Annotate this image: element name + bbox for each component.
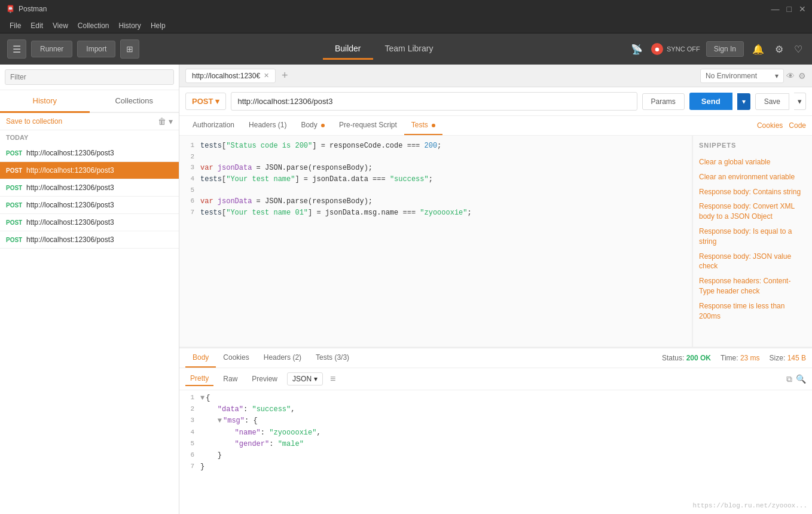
- format-tab-pretty[interactable]: Pretty: [185, 372, 213, 386]
- new-window-button[interactable]: ⊞: [120, 39, 139, 59]
- snippet-item[interactable]: Response body: Is equal to a string: [699, 224, 806, 249]
- close-icon[interactable]: ✕: [799, 4, 806, 14]
- tests-badge: [432, 124, 435, 127]
- response-section: Body Cookies Headers (2) Tests (3/3) Sta…: [179, 347, 812, 514]
- sidebar-tabs: History Collections: [0, 90, 179, 113]
- line-content: var jsonData = JSON.parse(responseBody);: [200, 163, 692, 174]
- list-item[interactable]: POST http://localhost:12306/post3: [0, 231, 179, 249]
- menu-collection[interactable]: Collection: [73, 20, 114, 31]
- cookies-link[interactable]: Cookies: [757, 121, 783, 130]
- list-item[interactable]: POST http://localhost:12306/post3: [0, 145, 179, 162]
- menu-help[interactable]: Help: [146, 20, 170, 31]
- snippet-item[interactable]: Response body: Contains string: [699, 185, 806, 200]
- code-link[interactable]: Code: [789, 121, 806, 130]
- menu-edit[interactable]: Edit: [26, 20, 48, 31]
- add-tab-button[interactable]: +: [278, 68, 292, 83]
- toolbar-right: 📡 ⏺ SYNC OFF Sign In 🔔 ⚙ ♡: [628, 41, 805, 57]
- tab-history[interactable]: History: [0, 90, 90, 113]
- trash-icon[interactable]: 🗑: [158, 117, 166, 126]
- send-dropdown-button[interactable]: ▾: [737, 93, 750, 110]
- wrap-icon[interactable]: ≡: [330, 374, 335, 384]
- url-text: http://localhost:12306/post3: [26, 218, 114, 227]
- save-dropdown-button[interactable]: ▾: [794, 93, 806, 110]
- url-text: http://localhost:12306/post3: [26, 183, 114, 192]
- copy-icon[interactable]: ⧉: [786, 374, 792, 384]
- send-button[interactable]: Send: [689, 93, 732, 110]
- url-text: http://localhost:12306/post3: [26, 201, 114, 209]
- list-item[interactable]: POST http://localhost:12306/post3: [0, 197, 179, 214]
- tab-pre-request[interactable]: Pre-request Script: [332, 116, 404, 135]
- resp-line-num: 4: [179, 427, 200, 438]
- request-tab-active[interactable]: http://localhost:1230€ ✕: [185, 69, 276, 83]
- tab-headers[interactable]: Headers (1): [242, 116, 294, 135]
- code-line: 2: [179, 152, 692, 163]
- response-tab-body[interactable]: Body: [185, 348, 216, 368]
- snippet-item[interactable]: Clear a global variable: [699, 155, 806, 170]
- menu-history[interactable]: History: [114, 20, 146, 31]
- snippet-item[interactable]: Clear an environment variable: [699, 170, 806, 185]
- sidebar-toggle-button[interactable]: ☰: [7, 39, 26, 59]
- maximize-icon[interactable]: □: [787, 4, 792, 14]
- menu-file[interactable]: File: [5, 20, 26, 31]
- snippet-item[interactable]: Response body: Convert XML body to a JSO…: [699, 199, 806, 224]
- import-button[interactable]: Import: [77, 41, 115, 57]
- format-tab-raw[interactable]: Raw: [218, 372, 242, 386]
- tab-collections[interactable]: Collections: [90, 90, 179, 112]
- list-item[interactable]: POST http://localhost:12306/post3: [0, 162, 179, 179]
- env-dropdown[interactable]: No Environment ▾: [700, 69, 784, 83]
- snippet-item[interactable]: Response body: JSON value check: [699, 249, 806, 274]
- size-value: 145 B: [787, 354, 806, 362]
- line-number: 1: [179, 140, 200, 151]
- tab-body[interactable]: Body: [294, 116, 332, 135]
- bell-icon[interactable]: 🔔: [750, 41, 767, 57]
- settings-icon[interactable]: ⚙: [773, 41, 786, 57]
- tab-close-icon[interactable]: ✕: [264, 72, 269, 79]
- params-button[interactable]: Params: [642, 93, 685, 110]
- runner-button[interactable]: Runner: [31, 41, 72, 57]
- resp-line-num: 7: [179, 461, 200, 472]
- url-text: http://localhost:12306/post3: [26, 235, 114, 244]
- response-tab-cookies[interactable]: Cookies: [216, 348, 256, 368]
- time-label: Time: 23 ms: [721, 354, 760, 362]
- resp-content: "data": "success",: [200, 404, 295, 415]
- sign-in-button[interactable]: Sign In: [706, 41, 744, 57]
- list-item[interactable]: POST http://localhost:12306/post3: [0, 214, 179, 231]
- line-content: tests["Your test name 01"] = jsonData.ms…: [200, 207, 692, 219]
- method-badge: POST: [6, 167, 23, 174]
- eye-icon[interactable]: 👁: [786, 71, 795, 81]
- save-button[interactable]: Save: [755, 93, 789, 110]
- snippets-title: SNIPPETS: [699, 142, 806, 149]
- tab-authorization[interactable]: Authorization: [185, 116, 242, 135]
- url-input[interactable]: [231, 92, 637, 111]
- sync-label: SYNC OFF: [667, 45, 700, 53]
- tab-team-library[interactable]: Team Library: [373, 39, 445, 60]
- response-tab-headers[interactable]: Headers (2): [257, 348, 309, 368]
- snippet-item[interactable]: Response time is less than 200ms: [699, 299, 806, 324]
- method-badge: POST: [6, 219, 23, 226]
- gear-icon[interactable]: ⚙: [798, 71, 806, 81]
- minimize-icon[interactable]: —: [771, 4, 780, 14]
- menu-view[interactable]: View: [48, 20, 73, 31]
- resp-line: 3 ▼"msg": {: [179, 415, 812, 427]
- tab-builder[interactable]: Builder: [323, 39, 373, 60]
- format-tab-preview[interactable]: Preview: [247, 372, 282, 386]
- response-body[interactable]: 1 ▼{ 2 "data": "success", 3 ▼"msg": { 4 …: [179, 390, 812, 514]
- snippet-item[interactable]: Response headers: Content-Type header ch…: [699, 274, 806, 299]
- sync-button[interactable]: ⏺ SYNC OFF: [651, 43, 700, 55]
- code-editor[interactable]: 1 tests["Status code is 200"] = response…: [179, 136, 692, 347]
- format-type-dropdown[interactable]: JSON ▾: [287, 372, 323, 386]
- url-text: http://localhost:12306/post3: [26, 149, 114, 157]
- satellite-icon[interactable]: 📡: [628, 41, 645, 57]
- heart-icon[interactable]: ♡: [792, 41, 805, 57]
- search-icon[interactable]: 🔍: [796, 374, 806, 384]
- filter-input[interactable]: [5, 69, 174, 85]
- sidebar-section-title: Today: [0, 130, 179, 145]
- method-selector[interactable]: POST ▾: [185, 93, 226, 110]
- save-collection-button[interactable]: Save to collection: [6, 117, 62, 126]
- list-item[interactable]: POST http://localhost:12306/post3: [0, 179, 179, 197]
- tab-tests[interactable]: Tests: [404, 116, 442, 135]
- env-label: No Environment: [706, 72, 757, 80]
- titlebar: 📮 Postman — □ ✕: [0, 0, 812, 18]
- chevron-down-icon[interactable]: ▾: [169, 117, 173, 126]
- response-tab-tests[interactable]: Tests (3/3): [309, 348, 356, 368]
